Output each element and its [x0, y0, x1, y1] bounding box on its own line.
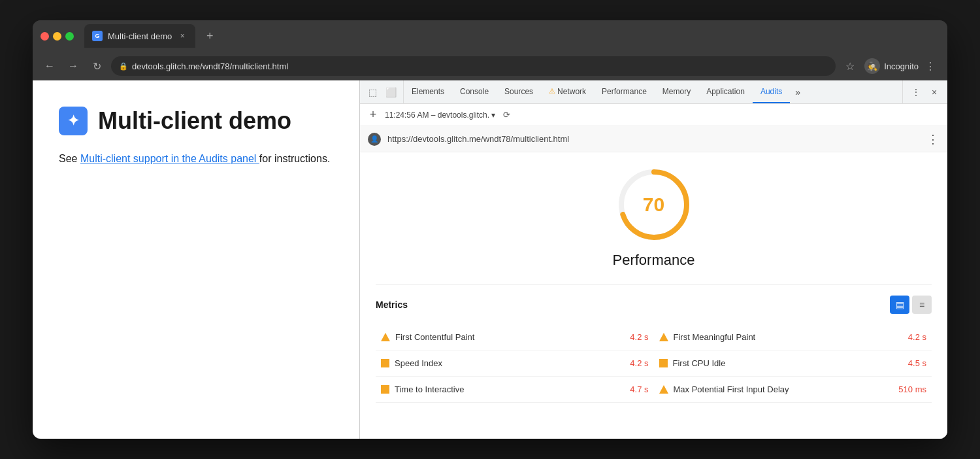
address-text: devtools.glitch.me/wndt78/multiclient.ht…: [132, 61, 288, 71]
devtools-action-buttons: ⋮ ×: [902, 80, 947, 103]
lock-icon: 🔒: [119, 62, 128, 71]
metric-row-si: Speed Index 4.2 s: [376, 350, 654, 377]
tab-favicon: G: [92, 31, 103, 41]
metric-icon-triangle: [659, 333, 668, 341]
metric-row-mpfid: Max Potential First Input Delay 510 ms: [654, 377, 932, 403]
metric-value: 4.5 s: [908, 358, 926, 368]
metric-value: 4.2 s: [630, 358, 648, 368]
close-traffic-light[interactable]: [41, 32, 49, 41]
metric-icon-square: [381, 359, 389, 367]
incognito-label: Incognito: [884, 61, 919, 71]
view-grid-button[interactable]: ▤: [890, 296, 909, 314]
metric-row-fci: First CPU Idle 4.5 s: [654, 350, 932, 377]
tab-elements[interactable]: Elements: [404, 80, 452, 103]
inspect-element-button[interactable]: ⬚: [364, 84, 381, 101]
page-title: Multi-client demo: [98, 107, 291, 135]
audit-url-bar: + 11:24:56 AM – devtools.glitch. ▾ ⟳: [360, 104, 947, 126]
metrics-header: Metrics ▤ ≡: [376, 296, 932, 314]
audit-site-favicon: 👤: [368, 133, 381, 146]
menu-button[interactable]: ⋮: [921, 57, 939, 75]
devtools-close-button[interactable]: ×: [926, 84, 942, 100]
maximize-traffic-light[interactable]: [65, 32, 74, 41]
network-warning-icon: ⚠: [549, 87, 555, 95]
tab-memory[interactable]: Memory: [655, 80, 698, 103]
browser-tab[interactable]: G Multi-client demo ×: [84, 24, 195, 48]
metric-name: First Contentful Paint: [395, 332, 619, 342]
grid-view-icon: ▤: [896, 299, 904, 310]
address-bar[interactable]: 🔒 devtools.glitch.me/wndt78/multiclient.…: [111, 56, 836, 76]
minimize-traffic-light[interactable]: [53, 32, 61, 41]
content-area: ✦ Multi-client demo See Multi-client sup…: [33, 80, 947, 439]
incognito-area: 🕵 Incognito: [864, 58, 919, 74]
score-label: Performance: [613, 252, 695, 269]
tab-close-button[interactable]: ×: [177, 31, 188, 41]
browser-window: G Multi-client demo × + ← → ↻ 🔒 devtools…: [33, 20, 947, 439]
metric-value: 4.7 s: [630, 384, 648, 394]
metric-value: 4.2 s: [908, 332, 926, 342]
audits-panel-link[interactable]: Multi-client support in the Audits panel: [80, 153, 259, 164]
audit-site-url: https://devtools.glitch.me/wndt78/multic…: [387, 134, 921, 144]
metrics-section: Metrics ▤ ≡ First: [376, 284, 932, 403]
metric-name: First CPU Idle: [673, 358, 898, 368]
score-circle: 70: [615, 165, 693, 244]
score-section: 70 Performance: [376, 165, 932, 269]
score-number: 70: [643, 194, 664, 216]
traffic-lights: [41, 32, 74, 41]
metric-row-fcp: First Contentful Paint 4.2 s: [376, 324, 654, 350]
nav-bar: ← → ↻ 🔒 devtools.glitch.me/wndt78/multic…: [33, 52, 947, 80]
audit-result-more-button[interactable]: ⋮: [927, 132, 939, 146]
metric-icon-square: [659, 359, 668, 367]
device-toggle-button[interactable]: ⬜: [382, 84, 399, 101]
metric-name: Time to Interactive: [395, 384, 619, 394]
tab-title: Multi-client demo: [108, 31, 172, 41]
metric-icon-square: [381, 385, 389, 394]
devtools-settings-button[interactable]: ⋮: [908, 84, 924, 100]
devtools-icon-bar: ⬚ ⬜: [360, 80, 404, 103]
devtools-tabs: Elements Console Sources ⚠Network Perfor…: [404, 80, 902, 103]
metric-icon-triangle: [381, 333, 390, 341]
title-bar: G Multi-client demo × +: [33, 20, 947, 52]
metric-name: First Meaningful Paint: [674, 332, 898, 342]
new-tab-button[interactable]: +: [201, 27, 219, 45]
audit-main-content: 70 Performance Metrics ▤ ≡: [360, 152, 947, 439]
devtools-panel: ⬚ ⬜ Elements Console Sources: [359, 80, 947, 439]
metric-row-fmp: First Meaningful Paint 4.2 s: [654, 324, 932, 350]
tab-application[interactable]: Application: [698, 80, 753, 103]
list-view-icon: ≡: [919, 299, 924, 310]
metric-icon-triangle: [659, 385, 668, 394]
tab-network[interactable]: ⚠Network: [541, 80, 594, 103]
metrics-title: Metrics: [376, 299, 408, 310]
metric-value: 4.2 s: [630, 332, 648, 342]
tab-audits[interactable]: Audits: [753, 80, 790, 103]
tab-sources[interactable]: Sources: [497, 80, 541, 103]
back-button[interactable]: ←: [41, 57, 59, 75]
inspect-icon: ⬚: [368, 87, 377, 97]
metric-row-tti: Time to Interactive 4.7 s: [376, 377, 654, 403]
page-description: See Multi-client support in the Audits p…: [59, 151, 333, 167]
audit-reload-button[interactable]: ⟳: [499, 108, 514, 122]
forward-button[interactable]: →: [64, 57, 82, 75]
metric-name: Speed Index: [395, 358, 619, 368]
metrics-grid: First Contentful Paint 4.2 s First Meani…: [376, 324, 932, 403]
audit-time-label: 11:24:56 AM – devtools.glitch. ▾: [385, 110, 495, 120]
incognito-icon: 🕵: [864, 58, 880, 74]
more-tabs-button[interactable]: »: [790, 80, 806, 103]
page-content: ✦ Multi-client demo See Multi-client sup…: [33, 80, 359, 439]
star-button[interactable]: ☆: [841, 57, 859, 75]
metric-name: Max Potential First Input Delay: [674, 384, 889, 394]
metric-value: 510 ms: [898, 384, 926, 394]
device-icon: ⬜: [385, 87, 397, 97]
audit-result-bar: 👤 https://devtools.glitch.me/wndt78/mult…: [360, 126, 947, 152]
tab-performance[interactable]: Performance: [594, 80, 655, 103]
page-logo: ✦: [59, 107, 88, 135]
view-list-button[interactable]: ≡: [912, 296, 932, 314]
nav-right-buttons: ☆ 🕵 Incognito ⋮: [841, 57, 939, 75]
page-header: ✦ Multi-client demo: [59, 107, 333, 135]
tab-console[interactable]: Console: [452, 80, 497, 103]
audit-add-button[interactable]: +: [365, 107, 381, 123]
metrics-view-toggle: ▤ ≡: [890, 296, 932, 314]
reload-button[interactable]: ↻: [88, 57, 106, 75]
devtools-toolbar: ⬚ ⬜ Elements Console Sources: [360, 80, 947, 104]
